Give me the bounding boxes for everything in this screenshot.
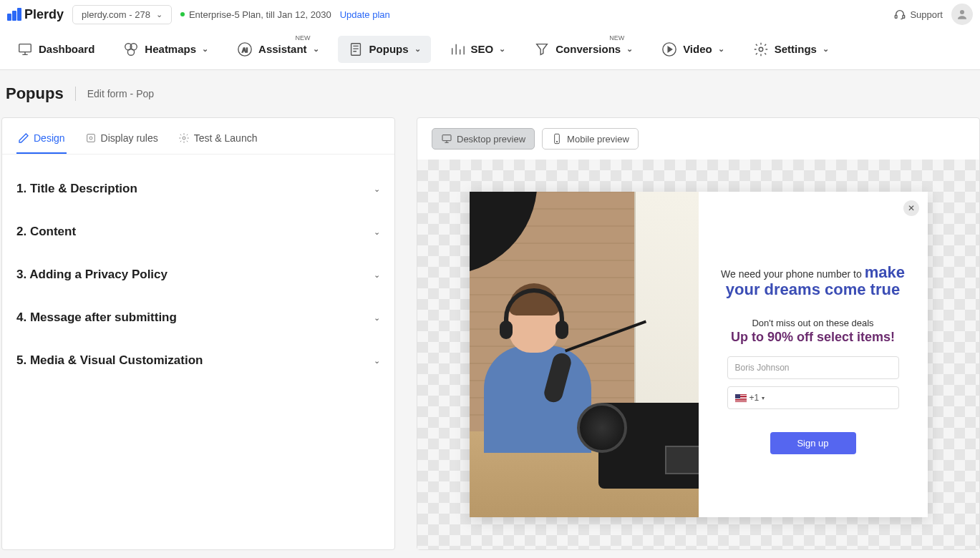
nav-popups[interactable]: Popups ⌄ (338, 36, 431, 63)
phone-input[interactable]: +1 ▾ (727, 386, 899, 409)
status-dot-icon (180, 12, 185, 16)
nav-label: Video (683, 43, 712, 55)
tab-design[interactable]: Design (16, 128, 67, 154)
nav-settings[interactable]: Settings ⌄ (743, 36, 839, 63)
page-title: Popups (6, 84, 64, 103)
accordion-label: 1. Title & Description (16, 182, 137, 196)
nav-label: Assistant (258, 43, 307, 55)
svg-rect-1 (903, 15, 905, 18)
pencil-icon (18, 132, 29, 144)
close-icon[interactable]: ✕ (903, 200, 919, 216)
nav-dashboard[interactable]: Dashboard (7, 36, 105, 63)
nav-label: Conversions (556, 43, 621, 55)
chevron-down-icon: ⌄ (718, 44, 724, 54)
svg-rect-9 (351, 43, 360, 55)
plan-info: Enterprise-5 Plan, till Jan 12, 2030 (180, 9, 331, 20)
popup-heading-part1: We need your phone number to (721, 268, 865, 280)
tab-display-rules[interactable]: Display rules (84, 128, 160, 154)
logo[interactable]: Plerdy (7, 7, 64, 22)
tab-test-launch[interactable]: Test & Launch (177, 128, 259, 154)
caret-down-icon: ▾ (762, 395, 765, 401)
chevron-down-icon: ⌄ (374, 356, 380, 366)
person-icon (956, 8, 969, 21)
mobile-preview-button[interactable]: Mobile preview (542, 128, 639, 150)
chevron-down-icon: ⌄ (374, 270, 380, 280)
accordion-message[interactable]: 4. Message after submitting ⌄ (16, 296, 380, 339)
svg-point-2 (960, 10, 964, 14)
editor-tabs: Design Display rules Test & Launch (2, 118, 394, 155)
preview-panel: Desktop preview Mobile preview (417, 117, 980, 550)
name-input[interactable]: Boris Johnson (727, 356, 899, 379)
toggle-label: Mobile preview (567, 134, 629, 145)
main-nav: Dashboard Heatmaps ⌄ AI Assistant NEW ⌄ … (0, 29, 980, 70)
plan-text: Enterprise-5 Plan, till Jan 12, 2030 (189, 9, 331, 20)
chevron-down-icon: ⌄ (313, 44, 319, 54)
logo-icon (7, 8, 21, 21)
breadcrumb: Edit form - Pop (87, 88, 154, 99)
form-icon (348, 41, 364, 57)
accordion-media[interactable]: 5. Media & Visual Customization ⌄ (16, 339, 380, 382)
support-label: Support (910, 9, 943, 20)
desktop-preview-button[interactable]: Desktop preview (432, 128, 535, 150)
gear-icon (753, 41, 769, 57)
divider (75, 87, 76, 101)
accordion-title-description[interactable]: 1. Title & Description ⌄ (16, 167, 380, 210)
popup-subtitle-2: Up to 90% off select items! (731, 330, 895, 345)
popup-heading-em1: make (865, 263, 905, 281)
svg-point-11 (759, 47, 763, 52)
chevron-down-icon: ⌄ (823, 44, 829, 54)
phone-prefix: +1 (749, 393, 760, 403)
site-selector[interactable]: plerdy.com - 278 ⌄ (72, 5, 172, 24)
top-bar: Plerdy plerdy.com - 278 ⌄ Enterprise-5 P… (0, 0, 980, 29)
nav-heatmaps[interactable]: Heatmaps ⌄ (113, 36, 218, 63)
nav-label: Heatmaps (145, 43, 196, 55)
nav-label: Settings (775, 43, 817, 55)
tab-label: Display rules (101, 132, 158, 144)
gear-icon (178, 132, 190, 144)
nav-seo[interactable]: SEO ⌄ (440, 36, 516, 63)
chevron-down-icon: ⌄ (414, 44, 421, 54)
chart-icon (450, 41, 465, 57)
brand-name: Plerdy (24, 7, 64, 22)
popup-heading: We need your phone number to make your d… (721, 263, 905, 299)
content: Design Display rules Test & Launch 1. Ti… (0, 117, 980, 558)
popup-preview: ✕ We need your phone number to make your… (470, 192, 928, 517)
us-flag-icon (735, 394, 747, 402)
user-avatar[interactable] (951, 4, 973, 25)
accordion-privacy[interactable]: 3. Adding a Privacy Policy ⌄ (16, 253, 380, 296)
update-plan-link[interactable]: Update plan (340, 9, 390, 20)
page-header: Popups Edit form - Pop (0, 70, 980, 117)
nav-label: Dashboard (39, 43, 94, 55)
popup-subtitle-1: Don't miss out on these deals (752, 318, 873, 328)
tab-label: Design (34, 132, 65, 144)
svg-point-13 (89, 137, 92, 140)
accordion-label: 4. Message after submitting (16, 310, 177, 325)
chevron-down-icon: ⌄ (156, 10, 162, 19)
popup-heading-em2: your dreams come true (721, 280, 905, 299)
signup-button[interactable]: Sign up (770, 432, 856, 454)
accordion-label: 5. Media & Visual Customization (16, 353, 203, 368)
play-icon (661, 41, 677, 57)
svg-point-6 (128, 49, 135, 55)
desktop-icon (441, 133, 452, 145)
nav-label: SEO (471, 43, 494, 55)
preview-canvas: ✕ We need your phone number to make your… (417, 160, 979, 549)
headset-icon (894, 9, 906, 20)
nav-assistant[interactable]: AI Assistant NEW ⌄ (227, 36, 329, 63)
svg-rect-12 (87, 134, 94, 142)
svg-rect-0 (896, 15, 898, 18)
site-selector-label: plerdy.com - 278 (82, 9, 150, 20)
svg-point-14 (183, 137, 185, 140)
target-icon (85, 132, 97, 144)
editor-panel: Design Display rules Test & Launch 1. Ti… (1, 117, 395, 550)
nav-conversions[interactable]: Conversions NEW ⌄ (524, 36, 643, 63)
accordion-content[interactable]: 2. Content ⌄ (16, 210, 380, 253)
mobile-icon (551, 133, 563, 145)
accordion: 1. Title & Description ⌄ 2. Content ⌄ 3.… (2, 155, 394, 395)
svg-point-17 (556, 141, 557, 142)
support-link[interactable]: Support (894, 9, 943, 20)
nav-video[interactable]: Video ⌄ (651, 36, 734, 63)
svg-rect-15 (442, 135, 451, 141)
accordion-label: 2. Content (16, 225, 76, 239)
toggle-label: Desktop preview (457, 134, 525, 145)
